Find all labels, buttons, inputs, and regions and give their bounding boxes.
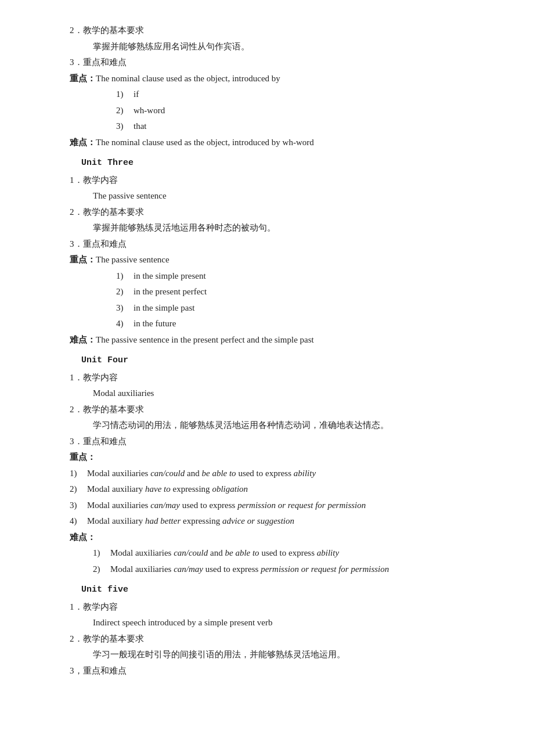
u4-nandian-label-row: 难点： [70,530,488,545]
list-item: 2)in the present perfect [116,285,488,300]
list-item: 2)Modal auxiliaries can/may used to expr… [93,562,488,577]
unit-four-title: Unit Four [81,353,488,368]
u4-nandian-items: 1)Modal auxiliaries can/could and be abl… [70,546,488,577]
section3-heading: 3．重点和难点 [70,55,488,70]
u3-zhongdian-items: 1)in the simple present2)in the present … [70,269,488,332]
list-item: 2)Modal auxiliary have to expressing obl… [70,482,488,497]
list-item: 1)Modal auxiliaries can/could and be abl… [70,466,488,481]
u5-s2-text: 学习一般现在时引导的间接引语的用法，并能够熟练灵活地运用。 [93,647,488,663]
list-item: 2)wh-word [116,103,488,118]
zhongdian-items: 1)if2)wh-word3)that [70,87,488,134]
list-item: 3)that [116,119,488,134]
u3-s2-text: 掌握并能够熟练灵活地运用各种时态的被动句。 [93,221,488,236]
list-item: 4)Modal auxiliary had better expressing … [70,514,488,529]
u5-s1-text: Indirect speech introduced by a simple p… [93,615,488,631]
u5-s1-heading: 1．教学内容 [70,600,488,615]
u4-zhongdian-label: 重点： [70,450,488,465]
u4-s2-heading: 2．教学的基本要求 [70,402,488,417]
u3-zhongdian-row: 重点：The passive sentence [70,253,488,268]
list-item: 3)Modal auxiliaries can/may used to expr… [70,498,488,513]
list-item: 1)if [116,87,488,102]
unit-three-title: Unit Three [81,156,488,171]
zhongdian-row: 重点：The nominal clause used as the object… [70,71,488,87]
list-item: 3)in the simple past [116,301,488,316]
u3-s1-text: The passive sentence [93,189,488,204]
u3-s1-heading: 1．教学内容 [70,173,488,188]
list-item: 1)in the simple present [116,269,488,284]
u4-s1-text: Modal auxiliaries [93,386,488,401]
list-item: 4)in the future [116,316,488,332]
u4-s2-text: 学习情态动词的用法，能够熟练灵活地运用各种情态动词，准确地表达情态。 [93,418,488,433]
u3-nandian-row: 难点：The passive sentence in the present p… [70,333,488,348]
unit-five-title: Unit five [81,582,488,597]
u3-s2-heading: 2．教学的基本要求 [70,205,488,220]
u4-s3-heading: 3．重点和难点 [70,434,488,449]
u3-s3-heading: 3．重点和难点 [70,237,488,252]
section2-heading: 2．教学的基本要求 [70,23,488,38]
u4-s1-heading: 1．教学内容 [70,370,488,386]
section2-text: 掌握并能够熟练应用名词性从句作宾语。 [93,39,488,55]
list-item: 1)Modal auxiliaries can/could and be abl… [93,546,488,561]
u4-zhongdian-items: 1)Modal auxiliaries can/could and be abl… [70,466,488,529]
nandian-row: 难点：The nominal clause used as the object… [70,135,488,150]
u5-s3-heading: 3，重点和难点 [70,664,488,679]
u5-s2-heading: 2．教学的基本要求 [70,632,488,647]
